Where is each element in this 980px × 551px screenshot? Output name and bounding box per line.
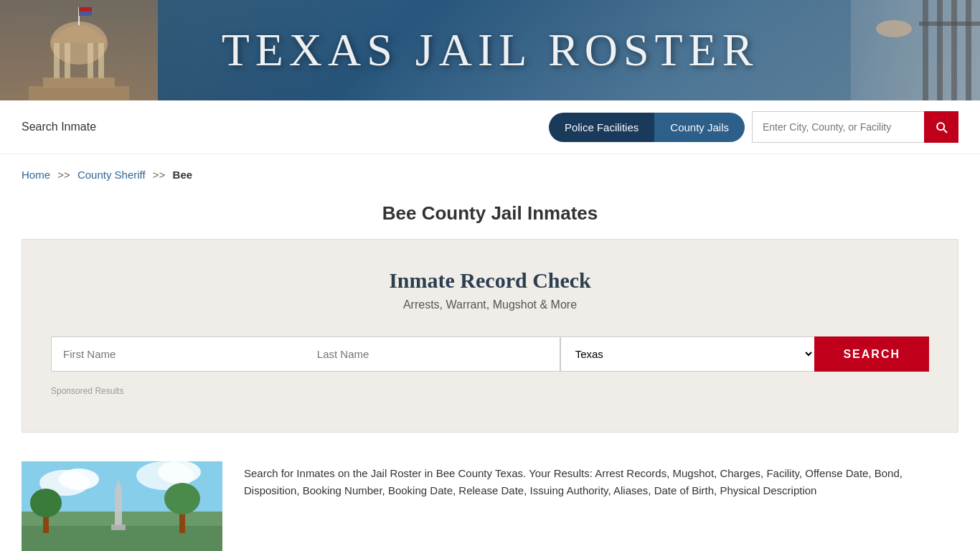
svg-rect-4 (88, 43, 93, 79)
svg-rect-13 (923, 0, 928, 100)
svg-rect-5 (98, 43, 104, 79)
record-check-subtitle: Arrests, Warrant, Mugshot & More (51, 298, 929, 311)
keys-image (851, 0, 980, 100)
first-name-input[interactable] (51, 336, 306, 372)
svg-point-18 (876, 20, 912, 37)
state-select[interactable]: AlabamaAlaskaArizonaArkansasCaliforniaCo… (560, 336, 815, 372)
capitol-image (0, 0, 158, 100)
last-name-input[interactable] (306, 336, 560, 372)
svg-rect-3 (65, 43, 70, 79)
svg-rect-16 (966, 0, 971, 100)
facility-search-input[interactable] (752, 111, 924, 143)
svg-rect-32 (111, 524, 126, 530)
bottom-county-image (22, 461, 222, 551)
site-title: Texas Jail Roster (222, 24, 759, 77)
breadcrumb: Home >> County Sheriff >> Bee (0, 154, 980, 195)
breadcrumb-separator-1: >> (57, 169, 70, 181)
svg-rect-7 (29, 86, 129, 100)
page-title: Bee County Jail Inmates (22, 202, 958, 225)
breadcrumb-current: Bee (173, 169, 193, 181)
svg-point-29 (164, 483, 200, 514)
svg-rect-11 (79, 11, 92, 16)
record-check-title: Inmate Record Check (51, 268, 929, 293)
inmate-search-button[interactable]: SEARCH (814, 336, 929, 372)
nav-buttons-group: Police Facilities County Jails (549, 113, 745, 142)
sponsored-label: Sponsored Results (51, 386, 929, 396)
header-banner: Texas Jail Roster (0, 0, 980, 100)
svg-rect-10 (79, 7, 92, 11)
police-facilities-button[interactable]: Police Facilities (549, 113, 654, 142)
svg-rect-30 (115, 490, 122, 526)
nav-bar: Search Inmate Police Facilities County J… (0, 100, 980, 154)
inmate-record-box: Inmate Record Check Arrests, Warrant, Mu… (22, 239, 958, 433)
svg-rect-17 (919, 22, 980, 26)
svg-rect-2 (54, 43, 60, 79)
county-jails-button[interactable]: County Jails (654, 113, 745, 142)
inmate-search-row: AlabamaAlaskaArizonaArkansasCaliforniaCo… (51, 336, 929, 372)
svg-rect-14 (937, 0, 943, 100)
breadcrumb-home[interactable]: Home (22, 169, 50, 181)
svg-point-27 (30, 489, 62, 517)
search-inmate-label: Search Inmate (22, 121, 96, 133)
svg-point-23 (59, 468, 99, 490)
search-icon (934, 120, 948, 134)
breadcrumb-separator-2: >> (153, 169, 166, 181)
svg-rect-15 (951, 0, 957, 100)
facility-search-button[interactable] (924, 111, 958, 143)
svg-rect-12 (851, 0, 980, 100)
bottom-section: Search for Inmates on the Jail Roster in… (0, 454, 980, 551)
svg-point-25 (158, 461, 201, 484)
breadcrumb-county-sheriff[interactable]: County Sheriff (77, 169, 146, 181)
page-title-area: Bee County Jail Inmates (0, 195, 980, 239)
bottom-description: Search for Inmates on the Jail Roster in… (244, 461, 958, 499)
